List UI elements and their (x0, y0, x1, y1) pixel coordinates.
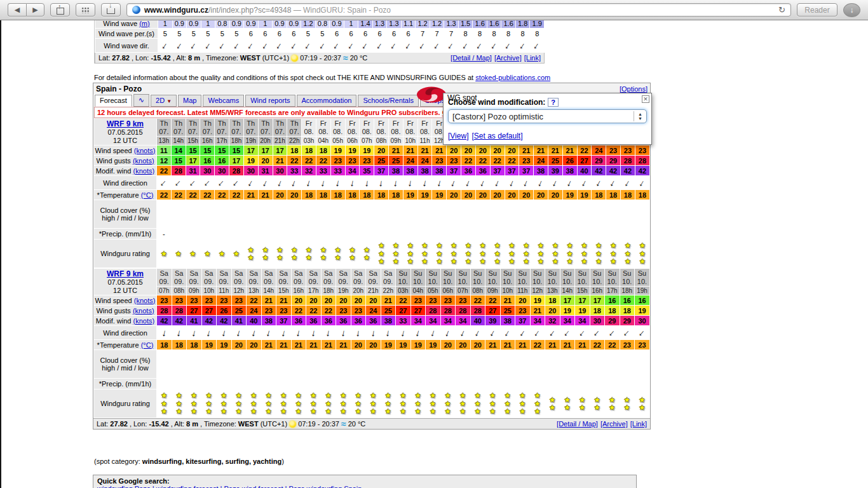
wind-direction-arrow: ↓ (488, 327, 497, 338)
speed-unit-link[interactable]: (knots) (134, 147, 156, 154)
gusts-cell: 18 (605, 306, 620, 315)
wind-direction-arrow: ↓ (173, 177, 184, 187)
footer-link[interactable]: [Link] (630, 420, 647, 428)
wind-direction-arrow: ↓ (340, 327, 346, 337)
pro-warning-text: 12 hours delayed forecast. Latest MM5/WR… (97, 109, 442, 116)
precip-cell (411, 379, 426, 389)
modif-unit-link[interactable]: (knots) (133, 317, 155, 325)
options-link[interactable]: [Options] (620, 85, 648, 93)
rating-cell: ★★★ (606, 240, 620, 268)
day-header: Th07. (259, 119, 273, 136)
star-icon: ★ (157, 407, 172, 416)
forward-button[interactable]: ▶ (26, 3, 44, 17)
hour-header: 03h (302, 137, 316, 145)
hour-header: 11h (418, 137, 432, 145)
rating-row-label: Windguru rating (94, 390, 156, 417)
day-header: Sa09. (202, 269, 217, 286)
tab-graph[interactable]: ∿ (133, 94, 149, 107)
precip-cell (501, 379, 515, 389)
wind-direction-cell: ↓ (287, 176, 301, 189)
day-header: Sa09. (172, 269, 187, 286)
rating-cell: ★★★ (374, 240, 388, 268)
address-bar[interactable]: www.windguru.cz/int/index.php?sc=49348 —… (126, 3, 791, 17)
hour-header: 07h (360, 137, 374, 145)
tab-accommodation[interactable]: Accommodation (297, 95, 357, 107)
day-header: Su10. (441, 269, 456, 286)
speed-unit-link[interactable]: (knots) (134, 297, 156, 304)
chevron-down-icon: ▼ (166, 98, 172, 104)
rating-cell: ★ (200, 240, 214, 268)
model-link[interactable]: WRF 9 km (107, 269, 144, 278)
temp-unit-link[interactable]: (°C) (141, 191, 154, 199)
wind-direction-arrow: ↓ (203, 177, 213, 187)
tab-webcams[interactable]: Webcams (203, 95, 244, 107)
speed-cell: 20 (292, 295, 306, 305)
precip-cell (172, 379, 187, 389)
wave-unit-link[interactable]: (m) (139, 20, 150, 27)
day-header: Th07. (172, 119, 186, 136)
gusts-unit-link[interactable]: (knots) (133, 157, 154, 165)
spot-info-footer: Lat: 27.82, Lon: -15.42, Alt: 8 m, Timez… (93, 418, 650, 429)
star-icon: ★ (461, 250, 475, 258)
star-icon: ★ (346, 246, 360, 254)
tab-schools-rentals[interactable]: Schools/Rentals (358, 95, 419, 107)
model-link[interactable]: WRF 9 km (107, 119, 144, 128)
spot-category-values: windsurfing, kitesurfing, surfing, yacht… (142, 458, 281, 465)
speed-cell: 23 (202, 295, 217, 305)
footer-link[interactable]: [Detail / Map] (557, 420, 598, 428)
wind-direction-cell: ↓ (358, 39, 372, 52)
day-header: Su10. (426, 269, 440, 286)
modif-unit-link[interactable]: (knots) (133, 167, 155, 175)
star-icon: ★ (534, 250, 548, 258)
speed-cell: 23 (217, 295, 231, 305)
wind-direction-cell: ↓ (302, 176, 316, 189)
help-button[interactable]: ? (548, 98, 559, 107)
speed-cell: 22 (247, 295, 261, 305)
view-link[interactable]: [View] (448, 132, 468, 140)
wind-modification-select[interactable]: [Castorx] Pozo optimistic ▲▼ (448, 109, 647, 123)
modif-cell: 33 (331, 166, 345, 175)
modif-cell: 31 (259, 166, 273, 175)
tab-forecast[interactable]: Forecast (95, 95, 132, 107)
back-button[interactable]: ◀ (8, 3, 26, 17)
modif-cell: 36 (322, 316, 336, 325)
top-sites-button[interactable] (76, 3, 95, 17)
refresh-icon[interactable]: ↻ (778, 5, 785, 15)
footer-link[interactable]: [Detail / Map] (451, 54, 492, 62)
temp-unit-link[interactable]: (°C) (141, 341, 154, 349)
tab-2d[interactable]: 2D ▼ (151, 95, 177, 107)
temperature-cell: 20 (476, 190, 490, 200)
spot-info-footer-top: Lat: 27.82, Lon: -15.42, Alt: 8 m, Timez… (95, 53, 545, 64)
tab-wind-reports[interactable]: Wind reports (245, 95, 295, 107)
precip-cell (232, 379, 247, 389)
hour-header: 22h (381, 287, 396, 295)
star-icon: ★ (491, 250, 505, 258)
wind-direction-arrow: ↓ (159, 177, 169, 187)
star-icon: ★ (229, 250, 243, 258)
temperature-cell: 19 (418, 190, 432, 200)
set-default-link[interactable]: [Set as default] (471, 132, 522, 140)
guides-link[interactable]: stoked-publications.com (475, 74, 550, 81)
wind-direction-arrow: ↓ (594, 177, 603, 188)
footer-link[interactable]: [Link] (524, 54, 541, 62)
gusts-unit-link[interactable]: (knots) (133, 307, 154, 315)
modif-cell: 34 (575, 316, 590, 325)
share-button[interactable] (50, 3, 70, 17)
star-icon: ★ (605, 403, 620, 412)
wind-direction-arrow: ↓ (607, 327, 617, 337)
wind-direction-arrow: ↓ (393, 178, 399, 188)
downloads-tray-button[interactable] (101, 3, 121, 17)
gusts-cell: 25 (374, 156, 388, 165)
reader-button[interactable]: Reader (797, 3, 837, 17)
download-button[interactable]: ↓ (843, 3, 860, 17)
modif-cell: 30 (590, 316, 605, 325)
browser-toolbar: ◀ ▶ www.windguru.cz/int/index.php?sc=493… (0, 0, 868, 20)
footer-link[interactable]: [Archive] (600, 420, 628, 428)
wind-direction-cell: ↓ (215, 39, 229, 52)
footer-link[interactable]: [Archive] (494, 54, 522, 62)
gusts-cell: 23 (276, 306, 291, 315)
cloud-row-sublabel: high / mid / low (94, 364, 156, 372)
close-icon[interactable]: ✕ (642, 95, 649, 103)
tab-map[interactable]: Map (178, 95, 201, 107)
wave-period-cell: 6 (373, 29, 387, 38)
